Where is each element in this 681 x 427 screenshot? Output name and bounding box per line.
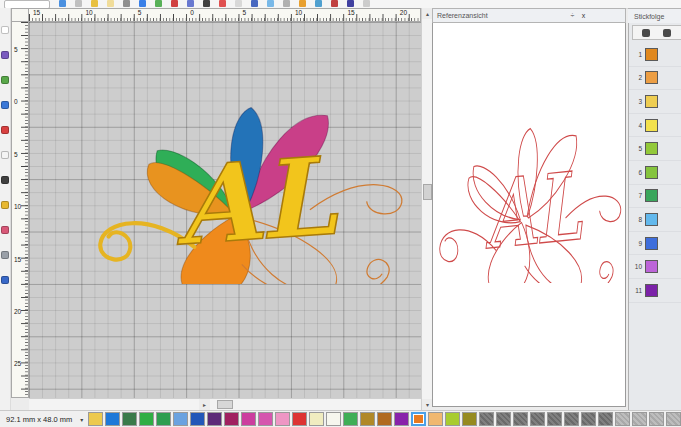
toolbar-icon[interactable] [283, 0, 290, 7]
reference-panel-content[interactable]: AL [432, 23, 626, 407]
palette-swatch-empty[interactable] [564, 412, 579, 426]
chevron-down-icon[interactable]: ▾ [72, 416, 88, 423]
hand-tool-icon[interactable] [663, 29, 671, 37]
toolbar-icon[interactable] [299, 0, 306, 7]
tool-icon[interactable] [1, 151, 9, 159]
palette-swatch[interactable] [292, 412, 307, 426]
palette-swatch-empty[interactable] [632, 412, 647, 426]
tool-icon[interactable] [1, 26, 9, 34]
tool-icon[interactable] [1, 251, 9, 259]
design-canvas[interactable]: AL [29, 22, 421, 398]
toolbar-icon[interactable] [219, 0, 226, 7]
toolbar-icon[interactable] [347, 0, 354, 7]
thread-color-chip[interactable] [645, 71, 658, 84]
pin-panel-button[interactable]: ÷ [567, 12, 578, 19]
vertical-scroll-thumb[interactable] [423, 184, 432, 200]
toolbar-icon[interactable] [187, 0, 194, 7]
palette-swatch-empty[interactable] [530, 412, 545, 426]
thread-spool-icon[interactable] [642, 29, 650, 37]
palette-swatch-empty[interactable] [496, 412, 511, 426]
palette-swatch-empty[interactable] [666, 412, 681, 426]
thread-color-chip[interactable] [645, 119, 658, 132]
palette-swatch[interactable] [139, 412, 154, 426]
palette-swatch[interactable] [411, 412, 426, 426]
toolbar-icon[interactable] [235, 0, 242, 7]
palette-swatch-empty[interactable] [581, 412, 596, 426]
color-sequence-row[interactable]: 1 [629, 43, 681, 67]
color-sequence-row[interactable]: 5 [629, 137, 681, 161]
palette-swatch[interactable] [326, 412, 341, 426]
color-sequence-row[interactable]: 6 [629, 161, 681, 185]
palette-swatch[interactable] [207, 412, 222, 426]
tool-icon[interactable] [1, 226, 9, 234]
toolbar-icon[interactable] [139, 0, 146, 7]
toolbar-icon[interactable] [331, 0, 338, 7]
palette-swatch[interactable] [428, 412, 443, 426]
tool-icon[interactable] [1, 201, 9, 209]
palette-swatch-empty[interactable] [479, 412, 494, 426]
palette-swatch[interactable] [445, 412, 460, 426]
toolbar-icon[interactable] [91, 0, 98, 7]
palette-swatch[interactable] [156, 412, 171, 426]
toolbar-icon[interactable] [59, 0, 66, 7]
palette-swatch[interactable] [241, 412, 256, 426]
color-sequence-row[interactable]: 4 [629, 114, 681, 138]
palette-swatch[interactable] [394, 412, 409, 426]
palette-swatch[interactable] [122, 412, 137, 426]
palette-swatch[interactable] [258, 412, 273, 426]
toolbar-icon[interactable] [107, 0, 114, 7]
thread-color-chip[interactable] [645, 213, 658, 226]
thread-color-chip[interactable] [645, 142, 658, 155]
canvas-vertical-scrollbar[interactable]: ▴ ▾ [421, 8, 432, 410]
thread-color-chip[interactable] [645, 166, 658, 179]
thread-color-chip[interactable] [645, 260, 658, 273]
palette-swatch[interactable] [360, 412, 375, 426]
toolbar-icon[interactable] [363, 0, 370, 7]
embroidery-design[interactable]: AL [89, 92, 409, 284]
tool-icon[interactable] [1, 101, 9, 109]
toolbar-icon[interactable] [203, 0, 210, 7]
thread-color-chip[interactable] [645, 189, 658, 202]
palette-swatch[interactable] [462, 412, 477, 426]
palette-swatch[interactable] [224, 412, 239, 426]
scroll-right-icon[interactable]: ▸ [199, 399, 210, 410]
thread-color-chip[interactable] [645, 284, 658, 297]
toolbar-icon[interactable] [171, 0, 178, 7]
palette-swatch-empty[interactable] [598, 412, 613, 426]
color-sequence-row[interactable]: 2 [629, 67, 681, 91]
thread-color-chip[interactable] [645, 48, 658, 61]
toolbar-icon[interactable] [75, 0, 82, 7]
toolbar-icon[interactable] [267, 0, 274, 7]
palette-swatch-empty[interactable] [615, 412, 630, 426]
color-sequence-row[interactable]: 8 [629, 208, 681, 232]
palette-swatch-empty[interactable] [649, 412, 664, 426]
thread-color-chip[interactable] [645, 95, 658, 108]
toolbar-icon[interactable] [251, 0, 258, 7]
toolbar-icon[interactable] [123, 0, 130, 7]
color-sequence-row[interactable]: 11 [629, 279, 681, 303]
monogram-text[interactable]: AL [170, 132, 342, 269]
palette-swatch[interactable] [173, 412, 188, 426]
palette-swatch[interactable] [275, 412, 290, 426]
color-sequence-row[interactable]: 9 [629, 232, 681, 256]
toolbar-icon[interactable] [155, 0, 162, 7]
color-sequence-row[interactable]: 3 [629, 90, 681, 114]
palette-swatch[interactable] [88, 412, 103, 426]
toolbar-icon[interactable] [315, 0, 322, 7]
tool-icon[interactable] [1, 126, 9, 134]
tool-icon[interactable] [1, 76, 9, 84]
canvas-horizontal-scrollbar[interactable]: ▸ [29, 398, 421, 410]
palette-swatch[interactable] [377, 412, 392, 426]
color-sequence-row[interactable]: 10 [629, 255, 681, 279]
horizontal-scroll-thumb[interactable] [217, 400, 233, 409]
thread-color-chip[interactable] [645, 237, 658, 250]
tool-icon[interactable] [1, 276, 9, 284]
close-panel-button[interactable]: x [578, 12, 589, 19]
color-sequence-row[interactable]: 7 [629, 185, 681, 209]
palette-swatch[interactable] [190, 412, 205, 426]
tool-icon[interactable] [1, 51, 9, 59]
palette-swatch-empty[interactable] [513, 412, 528, 426]
palette-swatch[interactable] [309, 412, 324, 426]
palette-swatch-empty[interactable] [547, 412, 562, 426]
palette-swatch[interactable] [343, 412, 358, 426]
